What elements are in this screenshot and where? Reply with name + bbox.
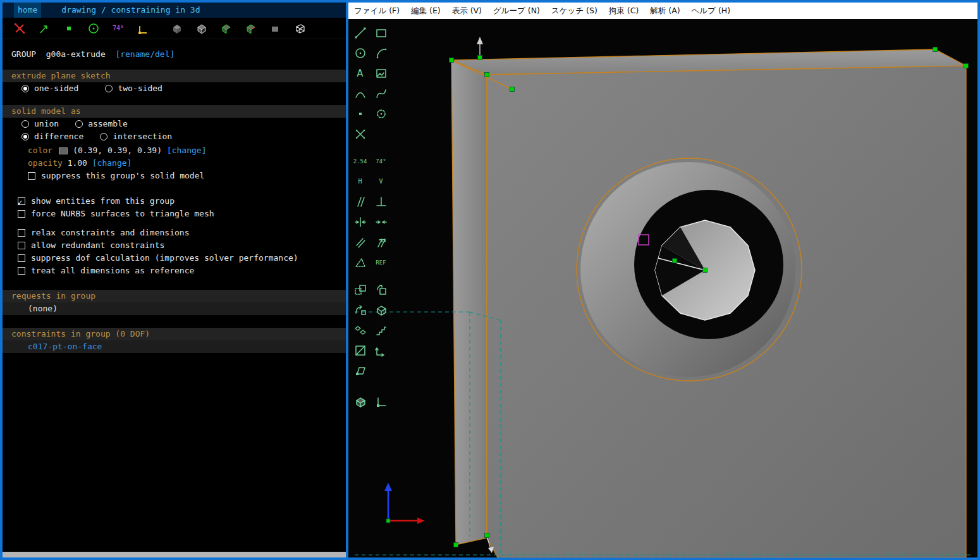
arc-tool[interactable] bbox=[371, 43, 391, 63]
circle-tool[interactable] bbox=[350, 43, 370, 63]
shaded-view-icon[interactable] bbox=[168, 20, 185, 37]
show-points-icon[interactable] bbox=[61, 20, 77, 37]
split-tool[interactable] bbox=[350, 124, 370, 144]
suppress-solid-row: suppress this group's solid model bbox=[3, 170, 346, 182]
radio-two-sided[interactable] bbox=[105, 85, 113, 92]
menu-group[interactable]: グループ (N) bbox=[487, 3, 546, 19]
radio-intersection[interactable] bbox=[100, 133, 107, 140]
show-workplanes-icon[interactable] bbox=[135, 20, 151, 37]
tab-home[interactable]: home bbox=[14, 3, 41, 18]
show-dimensions-icon[interactable]: 74° bbox=[110, 20, 126, 37]
line-tool[interactable] bbox=[350, 23, 370, 42]
suppress-dof-row: suppress dof calculation (improves solve… bbox=[3, 252, 346, 264]
radio-union[interactable] bbox=[21, 120, 29, 128]
oriented-same-tool[interactable] bbox=[371, 232, 391, 252]
color-change-link[interactable]: [change] bbox=[167, 144, 207, 157]
checkbox-relax-constraints[interactable] bbox=[18, 229, 25, 237]
extrude-options-row: one-sided two-sided bbox=[3, 82, 346, 95]
3d-viewport-canvas[interactable] bbox=[348, 19, 977, 557]
lathe-tool[interactable] bbox=[350, 320, 370, 340]
point-tool[interactable] bbox=[350, 104, 370, 123]
checkbox-suppress-dof-label: suppress dof calculation (improves solve… bbox=[31, 252, 298, 264]
menu-sketch[interactable]: スケッチ (S) bbox=[546, 3, 603, 19]
orient-onto-plane-tool[interactable] bbox=[371, 392, 391, 411]
rectangle-tool[interactable] bbox=[371, 23, 391, 42]
show-normals-icon[interactable] bbox=[36, 20, 52, 37]
image-tool[interactable] bbox=[371, 63, 391, 83]
checkbox-force-nurbs[interactable] bbox=[18, 210, 25, 218]
group-rename-link[interactable]: [rename/del] bbox=[115, 48, 175, 61]
menu-help[interactable]: ヘルプ (H) bbox=[686, 3, 737, 19]
origin-handle[interactable] bbox=[386, 519, 390, 523]
spline-tool[interactable] bbox=[371, 84, 391, 103]
color-label: color bbox=[28, 144, 52, 157]
menu-constrain[interactable]: 拘束 (C) bbox=[603, 3, 644, 19]
edges-view-icon[interactable] bbox=[193, 20, 209, 37]
hide-points-icon[interactable] bbox=[11, 20, 28, 37]
perpendicular-tool[interactable] bbox=[371, 192, 391, 211]
symmetric-tool[interactable] bbox=[350, 212, 370, 232]
menubar: ファイル (F) 編集 (E) 表示 (V) グループ (N) スケッチ (S)… bbox=[348, 3, 977, 19]
point-handle[interactable] bbox=[703, 268, 707, 273]
show-solid-tool[interactable] bbox=[350, 392, 370, 411]
color-swatch[interactable] bbox=[59, 147, 68, 154]
constraint-item-link[interactable]: c017-pt-on-face bbox=[28, 340, 102, 353]
point-handle[interactable] bbox=[510, 87, 515, 92]
point-handle[interactable] bbox=[450, 58, 454, 63]
reference-tool[interactable]: REF bbox=[371, 252, 391, 272]
menu-file[interactable]: ファイル (F) bbox=[348, 3, 405, 19]
checkbox-suppress-solid[interactable] bbox=[28, 172, 35, 180]
point-handle[interactable] bbox=[673, 259, 677, 263]
radio-difference[interactable] bbox=[21, 133, 29, 140]
menu-view[interactable]: 表示 (V) bbox=[446, 3, 487, 19]
radio-one-sided[interactable] bbox=[21, 85, 29, 92]
slab-side-face[interactable] bbox=[451, 60, 487, 545]
text-tool[interactable]: A bbox=[350, 63, 370, 83]
text-window-scrollbar[interactable] bbox=[3, 552, 346, 557]
point-handle[interactable] bbox=[964, 64, 969, 68]
mesh-view-icon[interactable] bbox=[217, 20, 234, 37]
occluded-edges-icon[interactable] bbox=[291, 20, 308, 37]
section-solid-header: solid model as bbox=[3, 105, 346, 118]
checkbox-suppress-dof[interactable] bbox=[18, 254, 25, 262]
menu-analyze[interactable]: 解析 (A) bbox=[644, 3, 685, 19]
opacity-change-link[interactable]: [change] bbox=[92, 157, 132, 170]
radio-difference-label: difference bbox=[34, 130, 83, 143]
radio-assemble[interactable] bbox=[75, 120, 83, 128]
supplementary-angle-tool[interactable] bbox=[350, 252, 370, 272]
align-view-tool[interactable] bbox=[371, 340, 391, 360]
step-translate-tool[interactable] bbox=[350, 280, 370, 299]
3d-viewport[interactable]: A 2.54 74° H V REF bbox=[348, 19, 977, 557]
show-construction-icon[interactable] bbox=[85, 20, 102, 37]
sketch-in-plane-tool[interactable] bbox=[350, 361, 370, 380]
point-handle[interactable] bbox=[454, 543, 458, 547]
extrude-tool[interactable] bbox=[371, 300, 391, 320]
parallel-tool[interactable] bbox=[350, 192, 370, 211]
distance-tool[interactable]: 2.54 bbox=[350, 151, 370, 171]
checkbox-allow-redundant[interactable] bbox=[18, 242, 25, 249]
link-tool[interactable] bbox=[350, 300, 370, 320]
tab-group[interactable]: drawing / constraining in 3d bbox=[58, 3, 204, 18]
point-handle[interactable] bbox=[485, 73, 489, 77]
outlines-view-icon[interactable] bbox=[267, 20, 283, 37]
point-handle[interactable] bbox=[478, 56, 482, 60]
menu-edit[interactable]: 編集 (E) bbox=[405, 3, 446, 19]
point-handle[interactable] bbox=[485, 533, 489, 538]
nearest-iso-tool[interactable] bbox=[350, 340, 370, 360]
equal-tool[interactable] bbox=[350, 232, 370, 252]
helix-tool[interactable] bbox=[371, 320, 391, 340]
ref-label: REF bbox=[376, 259, 386, 266]
hidden-mesh-icon[interactable] bbox=[242, 20, 259, 37]
coincident-tool[interactable] bbox=[371, 212, 391, 232]
vertical-tool[interactable]: V bbox=[371, 171, 391, 191]
angle-tool[interactable]: 74° bbox=[371, 151, 391, 171]
point-handle[interactable] bbox=[933, 47, 938, 52]
horizontal-tool[interactable]: H bbox=[350, 171, 370, 191]
checkbox-show-entities[interactable] bbox=[18, 197, 25, 205]
step-rotate-tool[interactable] bbox=[371, 280, 391, 299]
toolbar-separator bbox=[350, 144, 391, 151]
distance-label: 2.54 bbox=[353, 158, 367, 165]
construction-tool[interactable] bbox=[371, 104, 391, 123]
tangent-arc-tool[interactable] bbox=[350, 84, 370, 103]
checkbox-treat-reference[interactable] bbox=[18, 267, 25, 275]
